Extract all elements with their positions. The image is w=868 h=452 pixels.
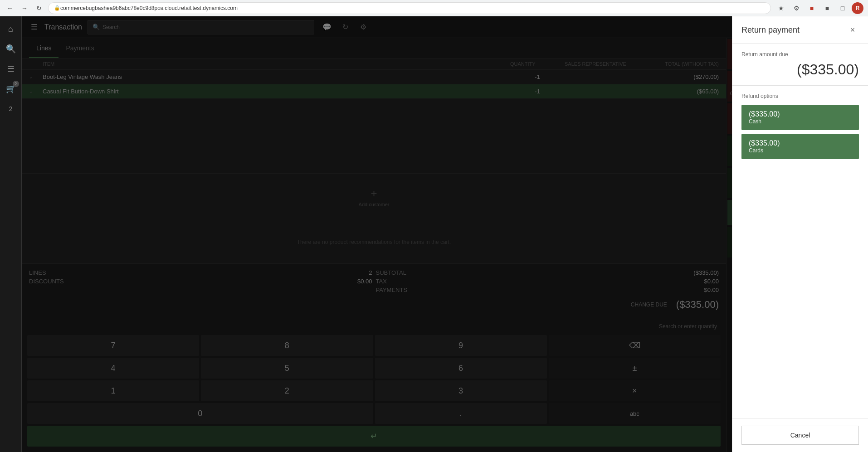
forward-button[interactable]: → <box>19 3 30 14</box>
accounts-icon[interactable]: ■ <box>821 2 834 15</box>
sidebar-search-icon[interactable]: 🔍 <box>2 40 20 58</box>
refund-option-cards[interactable]: ($335.00) Cards <box>741 134 859 159</box>
screenshot-icon[interactable]: □ <box>836 2 849 15</box>
refund-cards-amount: ($335.00) <box>749 139 852 147</box>
refund-option-cash[interactable]: ($335.00) Cash <box>741 105 859 130</box>
main-content: ☰ Transaction 🔍 Search 💬 ↻ ⚙ Lines Payme… <box>22 16 868 452</box>
return-payment-panel: Return payment × Return amount due ($335… <box>732 16 868 452</box>
refund-options-section: Refund options ($335.00) Cash ($335.00) … <box>732 86 868 418</box>
refund-cash-type: Cash <box>749 118 852 125</box>
browser-icon-group: ★ ⚙ ■ ■ □ R <box>775 2 863 15</box>
url-bar[interactable]: 🔒 commercebugbashea9b6abc78e0c9d8pos.clo… <box>48 2 771 14</box>
browser-chrome: ← → ↻ 🔒 commercebugbashea9b6abc78e0c9d8p… <box>0 0 868 16</box>
sidebar-number-icon[interactable]: 2 <box>2 100 20 118</box>
refund-cash-amount: ($335.00) <box>749 110 852 118</box>
return-amount-label: Return amount due <box>741 51 859 58</box>
cancel-button[interactable]: Cancel <box>741 426 859 445</box>
return-amount-value: ($335.00) <box>741 61 859 78</box>
back-button[interactable]: ← <box>5 3 15 14</box>
app-container: ⌂ 🔍 ☰ 🛒 2 ☰ Transaction 🔍 Search 💬 ↻ ⚙ <box>0 16 868 452</box>
return-panel-close-button[interactable]: × <box>846 24 859 36</box>
return-panel-header: Return payment × <box>732 16 868 44</box>
user-avatar: R <box>852 2 863 14</box>
extensions-icon[interactable]: ⚙ <box>790 2 803 15</box>
url-text: commercebugbashea9b6abc78e0c9d8pos.cloud… <box>60 5 238 11</box>
return-panel-footer: Cancel <box>732 418 868 452</box>
return-amount-section: Return amount due ($335.00) <box>732 44 868 86</box>
refresh-button[interactable]: ↻ <box>34 3 44 14</box>
bookmark-icon[interactable]: ★ <box>775 2 787 15</box>
return-panel-title: Return payment <box>741 25 800 35</box>
sidebar: ⌂ 🔍 ☰ 🛒 2 <box>0 16 22 452</box>
office-icon[interactable]: ■ <box>805 2 818 15</box>
refund-cards-type: Cards <box>749 147 852 154</box>
sidebar-cart-icon[interactable]: 🛒 <box>2 80 20 98</box>
sidebar-home-icon[interactable]: ⌂ <box>2 20 20 38</box>
sidebar-menu-icon[interactable]: ☰ <box>2 60 20 78</box>
refund-options-label: Refund options <box>741 93 859 99</box>
